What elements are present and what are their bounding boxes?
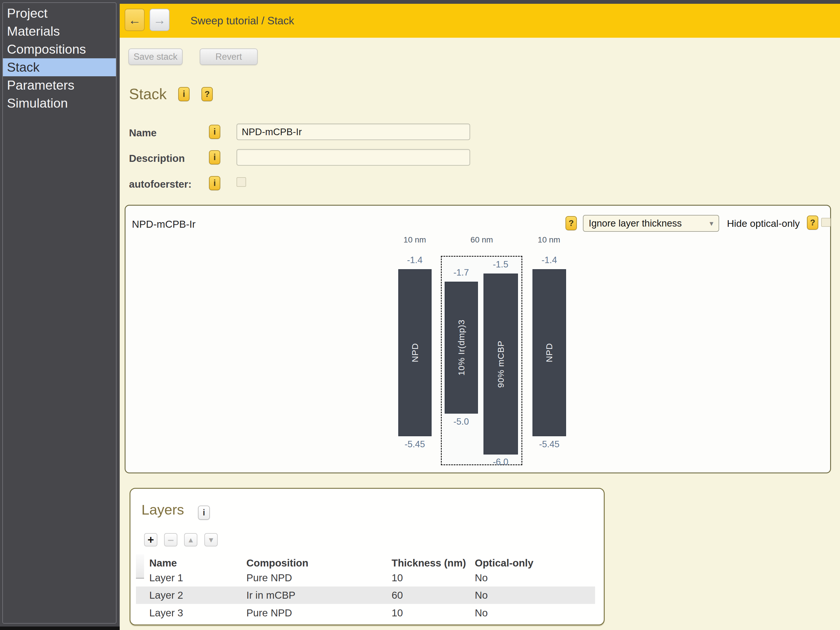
stack-panel-title: NPD-mCPB-Ir — [132, 218, 196, 230]
name-field[interactable] — [237, 123, 470, 140]
sidebar-bottom-strip — [0, 627, 120, 630]
sidebar-item-simulation[interactable]: Simulation — [3, 94, 116, 112]
energy-bar-mcbp-label: 90% mCBP — [484, 274, 517, 454]
chevron-down-icon: ▾ — [710, 219, 713, 228]
cell-composition: Ir in mCBP — [246, 589, 392, 601]
description-field[interactable] — [237, 149, 470, 166]
cell-thickness: 10 — [392, 572, 475, 584]
energy-bar-irdmp3-label: 10% Ir(dmp)3 — [445, 282, 477, 413]
cell-optical-only: No — [475, 589, 595, 601]
name-info-icon[interactable]: i — [209, 125, 220, 139]
sidebar-item-project[interactable]: Project — [3, 4, 116, 22]
sidebar-item-parameters[interactable]: Parameters — [3, 76, 116, 94]
cell-optical-only: No — [475, 572, 595, 584]
remove-layer-button[interactable]: – — [164, 533, 177, 546]
move-layer-up-button[interactable]: ▲ — [184, 533, 197, 546]
revert-button[interactable]: Revert — [200, 48, 258, 65]
cell-composition: Pure NPD — [246, 572, 392, 584]
layers-info-icon[interactable]: i — [198, 506, 210, 520]
app-window: Project Materials Compositions Stack Par… — [0, 0, 840, 630]
sidebar-item-compositions[interactable]: Compositions — [3, 40, 116, 58]
layers-panel: Layers i + – ▲ ▼ Name Composition Thickn… — [129, 488, 605, 625]
hide-optical-only-help-icon[interactable]: ? — [807, 215, 818, 230]
page-title: Stack — [129, 85, 167, 103]
layers-title: Layers — [141, 502, 184, 518]
window-top-strip — [0, 0, 840, 4]
cell-name: Layer 1 — [149, 572, 246, 584]
back-arrow-icon: ← — [128, 13, 141, 27]
thickness-label-layer2: 60 nm — [453, 235, 511, 245]
description-info-icon[interactable]: i — [209, 150, 220, 165]
energy-bar-npd-left[interactable]: NPD — [398, 269, 432, 436]
energy-bottom-npd-left: -5.45 — [392, 439, 438, 450]
autofoerster-checkbox[interactable] — [237, 177, 246, 187]
sidebar: Project Materials Compositions Stack Par… — [0, 0, 120, 627]
table-row-layer3[interactable]: Layer 3 Pure NPD 10 No — [136, 604, 595, 622]
energy-bar-npd-right-label: NPD — [533, 270, 565, 436]
stack-info-icon[interactable]: i — [178, 87, 189, 101]
move-layer-down-button[interactable]: ▼ — [204, 533, 218, 546]
header-composition: Composition — [246, 557, 392, 569]
forward-button[interactable]: → — [150, 9, 170, 31]
forward-arrow-icon: → — [153, 13, 166, 27]
energy-bottom-npd-right: -5.45 — [526, 439, 572, 450]
cell-thickness: 60 — [392, 589, 475, 601]
sidebar-item-materials[interactable]: Materials — [3, 22, 116, 40]
thickness-mode-dropdown[interactable]: Ignore layer thickness ▾ — [583, 215, 719, 232]
hide-optical-only-checkbox[interactable] — [821, 218, 831, 227]
breadcrumb: Sweep tutorial / Stack — [190, 4, 294, 38]
cell-thickness: 10 — [392, 607, 475, 619]
thickness-label-layer3: 10 nm — [520, 235, 578, 245]
sidebar-nav: Project Materials Compositions Stack Par… — [2, 2, 117, 624]
stack-help-icon[interactable]: ? — [201, 87, 213, 101]
thickness-mode-value: Ignore layer thickness — [589, 218, 682, 229]
stack-diagram-panel: NPD-mCPB-Ir ? Ignore layer thickness ▾ H… — [125, 205, 831, 473]
energy-top-mcbp: -1.5 — [477, 259, 524, 270]
energy-bottom-irdmp3: -5.0 — [438, 416, 484, 427]
cell-composition: Pure NPD — [246, 607, 392, 619]
energy-bar-mcbp[interactable]: 90% mCBP — [483, 274, 518, 454]
header-thickness: Thickness (nm) — [392, 557, 475, 569]
autofoerster-label: autofoerster: — [129, 178, 192, 190]
energy-bar-npd-right[interactable]: NPD — [532, 269, 566, 436]
header-bar: ← → Sweep tutorial / Stack — [120, 4, 840, 38]
back-button[interactable]: ← — [125, 9, 145, 31]
sidebar-item-stack[interactable]: Stack — [3, 58, 116, 76]
autofoerster-info-icon[interactable]: i — [209, 176, 220, 190]
table-row-layer1[interactable]: Layer 1 Pure NPD 10 No — [136, 569, 595, 586]
header-name: Name — [149, 557, 246, 569]
table-row-layer2[interactable]: Layer 2 Ir in mCBP 60 No — [136, 586, 595, 604]
energy-bottom-mcbp: -6.0 — [477, 457, 524, 467]
add-layer-button[interactable]: + — [144, 533, 157, 546]
hide-optical-only-label: Hide optical-only — [727, 218, 800, 229]
cell-optical-only: No — [475, 607, 595, 619]
energy-top-npd-left: -1.4 — [392, 255, 438, 265]
save-stack-button[interactable]: Save stack — [128, 48, 183, 65]
thickness-label-layer1: 10 nm — [386, 235, 444, 245]
energy-bar-npd-left-label: NPD — [399, 270, 431, 436]
description-label: Description — [129, 153, 185, 164]
name-label: Name — [129, 127, 156, 139]
energy-top-npd-right: -1.4 — [526, 255, 572, 265]
energy-bar-irdmp3[interactable]: 10% Ir(dmp)3 — [445, 282, 478, 414]
thickness-mode-help-icon[interactable]: ? — [565, 216, 577, 230]
header-optical-only: Optical-only — [475, 557, 595, 569]
cell-name: Layer 3 — [149, 607, 246, 619]
cell-name: Layer 2 — [149, 589, 246, 601]
